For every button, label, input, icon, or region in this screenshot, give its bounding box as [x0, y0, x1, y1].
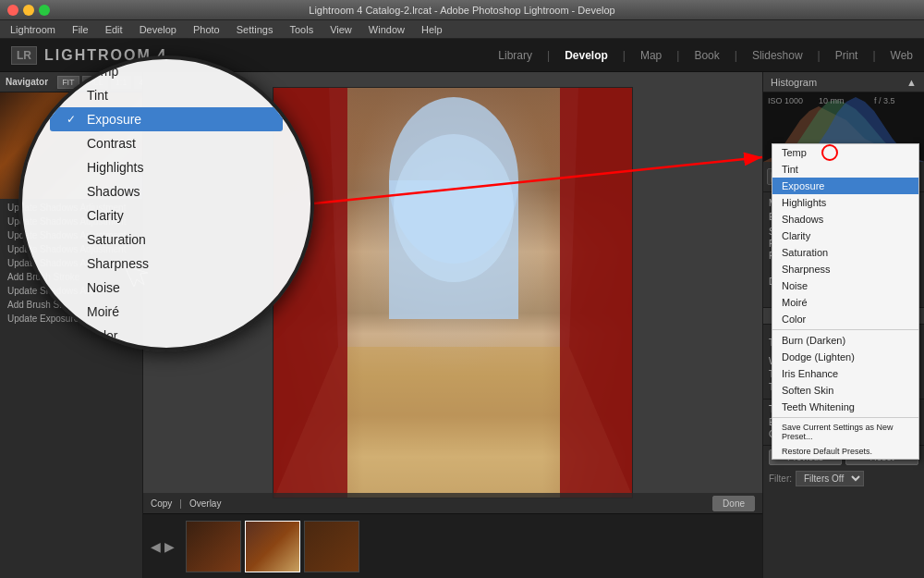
dd-exposure[interactable]: ✓ Exposure: [50, 107, 283, 131]
rd-teeth[interactable]: Teeth Whitening: [772, 399, 918, 415]
overlay-text: Overlay: [189, 498, 221, 509]
rd-color[interactable]: Color: [772, 311, 918, 327]
dd-shadows[interactable]: Shadows: [50, 179, 283, 203]
rd-sep1: [772, 329, 918, 330]
dd-noise[interactable]: Noise: [50, 276, 283, 300]
overlay-divider: |: [179, 498, 182, 509]
rd-tint[interactable]: Tint: [772, 161, 918, 178]
copy-label: Copy: [151, 498, 172, 509]
dd-highlights-label: Highlights: [87, 160, 143, 175]
dd-tint[interactable]: Tint: [50, 83, 283, 107]
menu-tools[interactable]: Tools: [286, 24, 316, 35]
histogram-title: Histogram: [771, 77, 817, 88]
filter-select[interactable]: Filters Off: [796, 471, 864, 486]
dd-clarity-label: Clarity: [87, 208, 124, 223]
histogram-header[interactable]: Histogram ▲: [763, 72, 924, 92]
menu-develop[interactable]: Develop: [137, 24, 179, 35]
nav-tab-print[interactable]: Print: [835, 49, 858, 62]
filmstrip-thumb-2[interactable]: [245, 521, 300, 572]
dd-moire-label: Moiré: [87, 304, 119, 319]
filmstrip-right-icon[interactable]: ▶: [164, 539, 175, 554]
nav-tab-book[interactable]: Book: [694, 49, 719, 62]
menu-photo[interactable]: Photo: [190, 24, 223, 35]
rd-clarity[interactable]: Clarity: [772, 228, 918, 244]
rd-save-preset[interactable]: Save Current Settings as New Preset...: [772, 420, 918, 444]
navigator-title: Navigator: [6, 77, 48, 87]
exposure-check: ✓: [67, 113, 79, 126]
menu-edit[interactable]: Edit: [103, 24, 126, 35]
dd-contrast-label: Contrast: [87, 136, 136, 151]
dd-moire[interactable]: Moiré: [50, 300, 283, 324]
nav-tab-slideshow[interactable]: Slideshow: [752, 49, 803, 62]
menu-file[interactable]: File: [69, 24, 91, 35]
filmstrip: ◀ ▶: [143, 513, 762, 578]
nav-tab-map[interactable]: Map: [640, 49, 662, 62]
rd-highlights[interactable]: Highlights: [772, 194, 918, 211]
nav-tab-library[interactable]: Library: [498, 49, 532, 62]
menu-help[interactable]: Help: [419, 24, 445, 35]
rd-restore-defaults[interactable]: Restore Default Presets.: [772, 444, 918, 459]
nav-tabs: Library | Develop | Map | Book | Slidesh…: [498, 49, 913, 62]
dd-tint-label: Tint: [87, 88, 108, 103]
overlay-bar: Copy | Overlay Done: [143, 493, 762, 513]
red-circle-indicator: [821, 144, 838, 161]
window-title: Lightroom 4 Catalog-2.lrcat - Adobe Phot…: [309, 5, 614, 16]
rd-exposure[interactable]: Exposure: [772, 178, 918, 194]
maximize-button[interactable]: [39, 5, 50, 16]
dd-exposure-label: Exposure: [87, 112, 141, 127]
overlay-circle: Temp Tint ✓ Exposure Contrast Highlights…: [18, 55, 314, 351]
focal-label: 10 mm: [819, 96, 845, 105]
close-button[interactable]: [7, 5, 18, 16]
dd-shadows-label: Shadows: [87, 184, 140, 199]
dd-sharpness[interactable]: Sharpness: [50, 252, 283, 276]
rd-noise[interactable]: Noise: [772, 277, 918, 294]
titlebar: Lightroom 4 Catalog-2.lrcat - Adobe Phot…: [0, 0, 924, 20]
menu-view[interactable]: View: [327, 24, 355, 35]
fstop-label: f / 3.5: [874, 96, 895, 105]
done-button[interactable]: Done: [712, 496, 755, 511]
filmstrip-controls: ◀ ▶: [151, 539, 175, 554]
lr-badge: LR: [11, 46, 37, 65]
dd-contrast[interactable]: Contrast: [50, 131, 283, 155]
window-controls[interactable]: [7, 5, 50, 16]
right-dropdown: Temp Tint Exposure Highlights Shadows Cl…: [772, 143, 919, 460]
rd-soften[interactable]: Soften Skin: [772, 382, 918, 399]
dd-sharpness-label: Sharpness: [87, 256, 149, 271]
dd-clarity[interactable]: Clarity: [50, 203, 283, 228]
rd-iris[interactable]: Iris Enhance: [772, 365, 918, 382]
iso-label: ISO 1000: [768, 96, 803, 105]
rd-saturation[interactable]: Saturation: [772, 244, 918, 261]
menubar: Lightroom File Edit Develop Photo Settin…: [0, 20, 924, 39]
svg-point-8: [394, 134, 514, 282]
menu-window[interactable]: Window: [366, 24, 407, 35]
filmstrip-thumb-3[interactable]: [304, 521, 359, 572]
rd-moire[interactable]: Moiré: [772, 294, 918, 311]
dd-saturation-label: Saturation: [87, 232, 146, 247]
filmstrip-left-icon[interactable]: ◀: [151, 539, 161, 554]
svg-marker-7: [560, 88, 633, 498]
rd-sharpness[interactable]: Sharpness: [772, 261, 918, 277]
dd-saturation[interactable]: Saturation: [50, 228, 283, 252]
dropdown-menu: Temp Tint ✓ Exposure Contrast Highlights…: [22, 59, 310, 348]
dd-highlights[interactable]: Highlights: [50, 155, 283, 179]
rd-shadows[interactable]: Shadows: [772, 211, 918, 228]
nav-tab-web[interactable]: Web: [891, 49, 913, 62]
rd-sep2: [772, 417, 918, 418]
rd-temp[interactable]: Temp: [772, 144, 918, 161]
filter-row: Filter: Filters Off: [763, 469, 924, 488]
histogram-triangle: ▲: [906, 77, 917, 88]
main-photo: [273, 87, 633, 498]
dd-noise-label: Noise: [87, 280, 120, 295]
minimize-button[interactable]: [23, 5, 34, 16]
right-panel: Histogram ▲ ISO 1000 10 mm f / 3.5 ⬜ ◎ 🖌…: [762, 72, 924, 578]
room-svg: [274, 88, 633, 498]
filter-label: Filter:: [769, 473, 792, 484]
nav-tab-develop[interactable]: Develop: [565, 49, 608, 62]
filmstrip-thumb-1[interactable]: [186, 521, 241, 572]
rd-dodge[interactable]: Dodge (Lighten): [772, 349, 918, 365]
rd-burn[interactable]: Burn (Darken): [772, 332, 918, 349]
menu-settings[interactable]: Settings: [234, 24, 276, 35]
menu-lightroom[interactable]: Lightroom: [7, 24, 58, 35]
